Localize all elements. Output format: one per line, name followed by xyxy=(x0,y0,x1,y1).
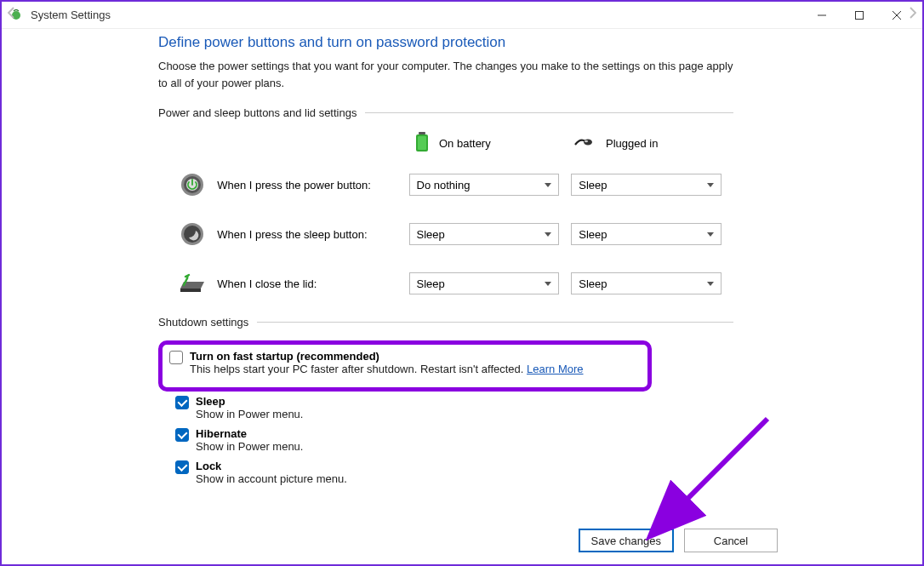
maximize-button[interactable] xyxy=(841,3,878,27)
svg-rect-5 xyxy=(419,132,425,134)
svg-rect-2 xyxy=(856,11,864,19)
checkbox-checked[interactable] xyxy=(175,396,189,409)
window-title: System Settings xyxy=(31,9,111,21)
row-sleep-button: When I press the sleep button: Sleep Sle… xyxy=(158,217,733,251)
checkbox-label: Hibernate xyxy=(196,427,303,440)
section-label: Power and sleep buttons and lid settings xyxy=(158,106,356,119)
svg-point-8 xyxy=(584,140,592,146)
power-button-icon xyxy=(175,168,208,202)
nav-forward-icon[interactable] xyxy=(909,7,917,22)
lid-icon xyxy=(175,266,208,300)
minimize-button[interactable] xyxy=(803,3,841,27)
checkbox-checked[interactable] xyxy=(175,428,189,442)
column-label: On battery xyxy=(439,137,491,150)
checkbox-sleep: Sleep Show in Power menu. xyxy=(175,395,733,420)
sleep-plugged-dropdown[interactable]: Sleep xyxy=(571,223,722,245)
checkbox-label: Turn on fast startup (recommended) xyxy=(190,350,584,363)
column-plugged-in: Plugged in xyxy=(573,131,733,156)
checkbox-checked[interactable] xyxy=(175,460,189,474)
page-title: Define power buttons and turn on passwor… xyxy=(158,34,733,51)
row-label: When I close the lid: xyxy=(217,277,408,290)
checkbox-fast-startup: Turn on fast startup (recommended) This … xyxy=(169,350,641,375)
sleep-battery-dropdown[interactable]: Sleep xyxy=(409,223,560,245)
checkbox-unchecked[interactable] xyxy=(169,351,183,364)
save-changes-button[interactable]: Save changes xyxy=(579,529,674,552)
section-power-sleep: Power and sleep buttons and lid settings xyxy=(158,106,733,119)
nav-back-icon[interactable] xyxy=(7,7,15,22)
checkbox-label: Sleep xyxy=(196,395,303,408)
svg-point-9 xyxy=(585,140,588,143)
battery-icon xyxy=(414,131,431,156)
row-close-lid: When I close the lid: Sleep Sleep xyxy=(158,266,733,300)
learn-more-link[interactable]: Learn More xyxy=(527,363,583,375)
row-power-button: When I press the power button: Do nothin… xyxy=(158,168,733,202)
checkbox-label: Lock xyxy=(196,460,347,472)
checkbox-description: This helps start your PC faster after sh… xyxy=(190,363,584,375)
section-label: Shutdown settings xyxy=(158,316,248,329)
checkbox-lock: Lock Show in account picture menu. xyxy=(175,460,733,485)
power-battery-dropdown[interactable]: Do nothing xyxy=(409,174,560,196)
column-label: Plugged in xyxy=(606,137,658,150)
page-description: Choose the power settings that you want … xyxy=(158,58,733,91)
lid-battery-dropdown[interactable]: Sleep xyxy=(409,272,560,294)
annotation-highlight: Turn on fast startup (recommended) This … xyxy=(158,340,652,392)
svg-rect-7 xyxy=(418,136,426,150)
checkbox-description: Show in Power menu. xyxy=(196,408,303,420)
column-on-battery: On battery xyxy=(414,131,573,156)
titlebar: System Settings xyxy=(2,2,922,29)
plug-icon xyxy=(573,136,597,151)
sleep-button-icon xyxy=(175,217,208,251)
checkbox-hibernate: Hibernate Show in Power menu. xyxy=(175,427,733,453)
checkbox-description: Show in Power menu. xyxy=(196,440,303,453)
checkbox-description: Show in account picture menu. xyxy=(196,472,347,485)
lid-plugged-dropdown[interactable]: Sleep xyxy=(571,272,722,294)
power-plugged-dropdown[interactable]: Sleep xyxy=(571,174,722,196)
row-label: When I press the sleep button: xyxy=(217,228,408,241)
cancel-button[interactable]: Cancel xyxy=(684,529,778,552)
section-shutdown: Shutdown settings xyxy=(158,316,733,329)
row-label: When I press the power button: xyxy=(217,179,408,192)
